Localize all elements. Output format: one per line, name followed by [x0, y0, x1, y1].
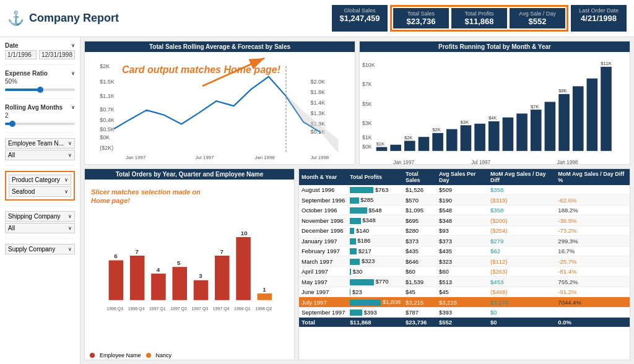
table-cell-12-2: $787 [403, 307, 436, 317]
bar-chart-legend: Employee Name Nancy [85, 351, 294, 360]
svg-rect-40 [545, 102, 556, 151]
product-category-filter: Product Category ∨ Seafood ∨ [5, 171, 75, 201]
table-cell-0-4: $358 [488, 185, 555, 195]
svg-rect-70 [258, 293, 272, 300]
svg-rect-66 [215, 256, 230, 300]
svg-text:$10K: $10K [362, 62, 375, 68]
date-to[interactable]: 12/31/1998 [39, 50, 75, 59]
svg-rect-58 [130, 256, 145, 300]
profits-chart-inner: $10K $7K $5K $3K $1K $0K [360, 52, 630, 165]
table-cell-7-5: -25.7% [555, 256, 630, 266]
table-scroll[interactable]: Month & Year Total Profits Total Sales A… [299, 169, 630, 360]
header: ⚓ Company Report Global Sales$1,247,459T… [0, 0, 634, 37]
svg-text:6: 6 [114, 253, 117, 259]
expense-ratio-label: Expense Ratio ∨ [5, 70, 75, 77]
table-cell-6-0: February 1997 [299, 246, 347, 256]
shipping-company-value[interactable]: All ∨ [5, 223, 75, 233]
table-cell-3-1: $348 [347, 215, 403, 225]
data-table-card: Month & Year Total Profits Total Sales A… [298, 168, 630, 360]
table-cell-6-3: $435 [436, 246, 488, 256]
table-cell-2-2: $1,095 [403, 205, 436, 215]
shipping-company-select[interactable]: Shipping Company ∨ [5, 211, 75, 222]
product-category-value[interactable]: Seafood ∨ [9, 186, 71, 197]
table-cell-5-3: $373 [436, 236, 488, 246]
table-cell-5-5: 299.3% [555, 236, 630, 246]
svg-text:1998 Q2: 1998 Q2 [255, 306, 272, 311]
table-cell-5-1: $186 [347, 236, 403, 246]
legend-nancy-dot [146, 353, 151, 358]
rolling-avg-filter: Rolling Avg Months ∨ 2 [5, 104, 75, 128]
legend-employee-dot [90, 353, 95, 358]
svg-text:$1.4K: $1.4K [310, 100, 325, 106]
line-chart-title: Total Sales Rolling Average & Forecast b… [85, 41, 355, 52]
table-cell-3-4: ($200) [488, 215, 555, 225]
table-cell-8-2: $60 [403, 266, 436, 276]
bar-chart-inner: 6 7 4 5 3 [85, 180, 294, 351]
line-chart-inner: Card output matches Home page! [85, 52, 355, 164]
kpi-card-3: Avg Sale / Day$552 [510, 8, 565, 28]
table-row: Total$11,868$23,736$552$00.0% [299, 318, 630, 327]
svg-text:$2K: $2K [432, 127, 440, 132]
employee-team-value[interactable]: All ∨ [5, 150, 75, 160]
table-header-row: Month & Year Total Profits Total Sales A… [299, 169, 630, 185]
expense-ratio-slider[interactable] [5, 89, 75, 91]
table-cell-5-2: $373 [403, 236, 436, 246]
table-cell-8-4: ($263) [488, 266, 555, 276]
svg-text:$1K: $1K [376, 141, 384, 147]
table-cell-7-1: $323 [347, 256, 403, 266]
table-cell-6-1: $217 [347, 246, 403, 256]
kpi-card-2: Total Profits$11,868 [451, 8, 507, 28]
profits-chart-svg: $10K $7K $5K $3K $1K $0K [362, 54, 627, 165]
svg-text:7: 7 [135, 248, 138, 255]
table-cell-0-3: $509 [436, 185, 488, 195]
table-cell-8-5: -81.4% [555, 266, 630, 276]
svg-text:4: 4 [157, 266, 160, 273]
table-cell-3-2: $695 [403, 215, 436, 225]
table-cell-10-4: ($468) [488, 287, 555, 297]
table-cell-4-2: $280 [403, 225, 436, 235]
table-cell-11-2: $3,215 [403, 297, 436, 307]
kpi-value-1: $23,736 [399, 17, 443, 26]
svg-text:7: 7 [220, 248, 224, 255]
table-row: September 1996 $285$570$190($319)-62.6% [299, 195, 630, 205]
table-row: June 1997 $23$45$45($468)-91.2% [299, 287, 630, 297]
table-cell-4-3: $93 [436, 225, 488, 235]
kpi-value-2: $11,868 [458, 17, 501, 26]
table-row: May 1997 $770$1,539$513$453755.2% [299, 277, 630, 287]
table-cell-11-0: July 1997 [299, 297, 347, 307]
table-cell-13-3: $552 [436, 318, 488, 327]
table-cell-12-3: $393 [436, 307, 488, 317]
table-cell-7-3: $323 [436, 256, 488, 266]
data-table: Month & Year Total Profits Total Sales A… [299, 169, 630, 327]
table-cell-9-3: $513 [436, 277, 488, 287]
svg-rect-62 [172, 267, 187, 300]
supply-company-select[interactable]: Supply Company ∨ [5, 244, 75, 254]
main-layout: Date ∨ 1/1/1996 12/31/1998 Expense Ratio… [0, 37, 634, 364]
table-cell-2-5: 188.2% [555, 205, 630, 215]
table-cell-9-4: $453 [488, 277, 555, 287]
employee-team-select[interactable]: Employee Team N... ∨ [5, 138, 75, 149]
table-cell-9-1: $770 [347, 277, 403, 287]
kpi-label-0: Global Sales [338, 7, 381, 14]
profits-chart-title: Profits Running Total by Month & Year [360, 41, 630, 52]
table-cell-6-4: $62 [488, 246, 555, 256]
table-cell-0-0: August 1996 [299, 185, 347, 195]
svg-text:1997 Q2: 1997 Q2 [170, 306, 187, 311]
svg-rect-41 [558, 94, 570, 151]
product-category-select[interactable]: Product Category ∨ [9, 175, 71, 185]
col-total-sales: Total Sales [403, 169, 436, 185]
table-cell-4-0: December 1996 [299, 225, 347, 235]
app-title: Company Report [29, 12, 119, 25]
kpi-label-3: Avg Sale / Day [516, 11, 559, 17]
svg-text:Jul 1997: Jul 1997 [196, 155, 214, 160]
rolling-avg-slider[interactable] [5, 123, 75, 125]
table-row: March 1997 $323$646$323($112)-25.7% [299, 256, 630, 266]
svg-rect-68 [236, 237, 251, 300]
kpi-label-4: Last Order Date [577, 7, 620, 14]
svg-text:$11K: $11K [601, 61, 612, 66]
table-cell-4-1: $140 [347, 225, 403, 235]
svg-text:$1K: $1K [362, 134, 372, 141]
svg-text:5: 5 [177, 259, 181, 266]
date-from[interactable]: 1/1/1996 [5, 50, 37, 59]
table-cell-3-5: -36.5% [555, 215, 630, 225]
